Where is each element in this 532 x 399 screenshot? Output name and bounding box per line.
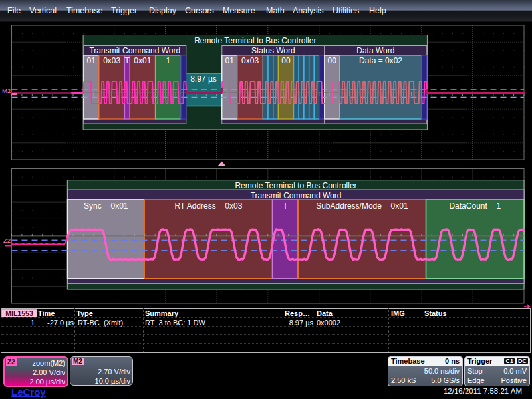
svg-text:00: 00 (328, 56, 337, 65)
svg-text:Transmit Command Word: Transmit Command Word (89, 46, 180, 55)
svg-text:Transmit Command Word: Transmit Command Word (251, 191, 342, 200)
svg-text:8.97 µs: 8.97 µs (190, 74, 217, 84)
svg-text:01: 01 (87, 56, 96, 65)
svg-text:Data = 0x02: Data = 0x02 (359, 56, 402, 65)
svg-text:DataCount = 1: DataCount = 1 (449, 201, 501, 211)
svg-text:1: 1 (166, 56, 171, 65)
svg-text:M2: M2 (2, 87, 11, 94)
svg-text:00: 00 (281, 56, 291, 65)
svg-text:Remote Terminal to Bus Control: Remote Terminal to Bus Controller (194, 36, 316, 45)
svg-text:Status Word: Status Word (251, 46, 295, 55)
svg-text:Data Word: Data Word (356, 46, 394, 55)
svg-text:01: 01 (225, 56, 235, 65)
svg-text:Sync = 0x01: Sync = 0x01 (84, 201, 128, 211)
svg-text:RT Address = 0x03: RT Address = 0x03 (174, 201, 242, 211)
svg-text:T: T (283, 201, 288, 211)
svg-text:T: T (125, 56, 130, 65)
svg-text:Remote Terminal to Bus Control: Remote Terminal to Bus Controller (235, 181, 356, 190)
svg-text:SubAddress/Mode = 0x01: SubAddress/Mode = 0x01 (316, 201, 408, 211)
svg-text:Z2: Z2 (3, 237, 11, 244)
svg-text:0x03: 0x03 (241, 56, 259, 65)
svg-text:0x01: 0x01 (134, 56, 151, 65)
svg-text:0x03: 0x03 (103, 56, 120, 65)
